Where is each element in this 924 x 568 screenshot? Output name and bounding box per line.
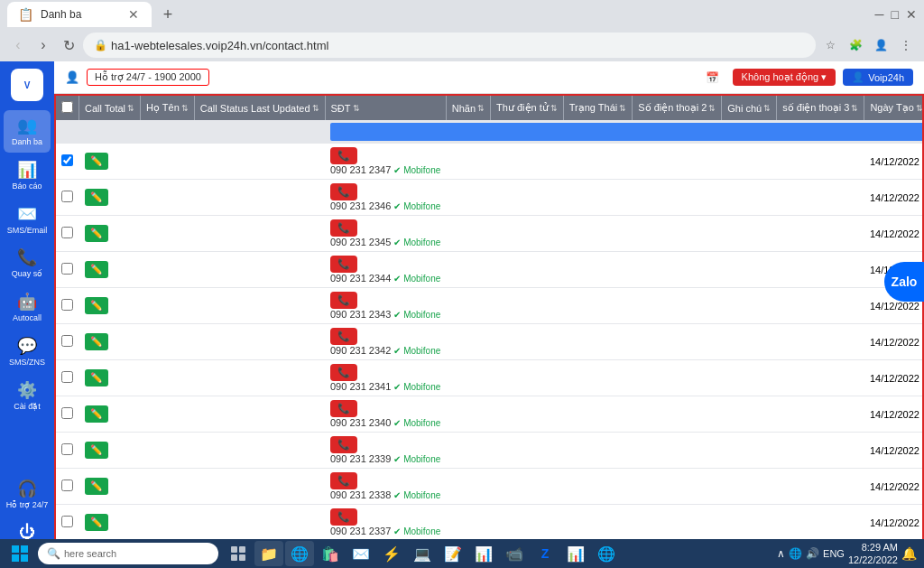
- zalo-float-button[interactable]: Zalo: [884, 262, 924, 302]
- edit-button[interactable]: ✏️: [85, 225, 108, 242]
- sort-thu[interactable]: Thư điện tử ⇅: [496, 102, 558, 114]
- word-button[interactable]: 📝: [439, 541, 467, 566]
- call-button[interactable]: 📞: [330, 219, 357, 237]
- row-checkbox[interactable]: [61, 480, 73, 491]
- sort-ghi-chu[interactable]: Ghi chú ⇅: [727, 103, 771, 114]
- sort-call-status[interactable]: Call Status Last Updated ⇅: [200, 103, 319, 114]
- th-so-dien-thoai-3[interactable]: số điện thoại 3 ⇅: [777, 96, 864, 120]
- skype-button[interactable]: 📹: [500, 541, 529, 566]
- taskbar-datetime[interactable]: 8:29 AM 12/22/2022: [848, 541, 898, 567]
- network-icon[interactable]: 🌐: [789, 547, 802, 560]
- call-button[interactable]: 📞: [330, 508, 357, 526]
- row-checkbox[interactable]: [61, 227, 73, 238]
- vscode-button[interactable]: ⚡: [377, 541, 406, 566]
- call-button[interactable]: 📞: [330, 183, 357, 200]
- edit-button[interactable]: ✏️: [85, 153, 108, 170]
- bookmark-button[interactable]: ☆: [819, 34, 841, 56]
- row-checkbox[interactable]: [61, 299, 73, 311]
- th-ho-ten[interactable]: Họ Tên ⇅: [141, 96, 195, 120]
- sort-call-total[interactable]: Call Total ⇅: [85, 103, 134, 114]
- sort-ho-ten[interactable]: Họ Tên ⇅: [146, 102, 189, 114]
- status-badge[interactable]: Không hoạt động ▾: [733, 69, 836, 86]
- edit-button[interactable]: ✏️: [85, 442, 108, 459]
- call-button[interactable]: 📞: [330, 256, 357, 273]
- row-checkbox[interactable]: [61, 191, 73, 202]
- edit-button[interactable]: ✏️: [85, 297, 108, 314]
- edit-button[interactable]: ✏️: [85, 405, 108, 423]
- edit-button[interactable]: ✏️: [85, 369, 108, 386]
- th-call-total[interactable]: Call Total ⇅: [79, 96, 141, 120]
- edit-button[interactable]: ✏️: [85, 478, 108, 495]
- taskbar-search-box[interactable]: 🔍 here search: [38, 543, 218, 564]
- mail-button[interactable]: ✉️: [346, 541, 375, 566]
- sidebar-item-quay-so[interactable]: 📞 Quay số: [4, 242, 51, 284]
- sort-nhan[interactable]: Nhãn ⇅: [452, 103, 485, 114]
- file-explorer-button[interactable]: 📁: [254, 541, 283, 566]
- minimize-button[interactable]: ─: [875, 7, 884, 22]
- th-so-dien-thoai-2[interactable]: Số điện thoại 2 ⇅: [633, 96, 722, 120]
- th-sdt[interactable]: SĐT ⇅: [325, 96, 446, 120]
- url-bar[interactable]: 🔒 ha1-webtelesales.voip24h.vn/contact.ht…: [83, 33, 816, 58]
- profile-button[interactable]: 👤: [870, 34, 892, 56]
- edit-button[interactable]: ✏️: [85, 261, 108, 278]
- zalo-taskbar-button[interactable]: Z: [531, 541, 559, 566]
- sort-sdt[interactable]: SĐT ⇅: [331, 103, 360, 114]
- new-tab-button[interactable]: +: [155, 2, 180, 27]
- sidebar-item-ho-tro[interactable]: 🎧 Hỗ trợ 24/7: [4, 473, 51, 516]
- volume-icon[interactable]: 🔊: [806, 547, 819, 560]
- row-checkbox[interactable]: [61, 263, 73, 275]
- sidebar-item-danh-ba[interactable]: 👥 Danh ba: [4, 110, 51, 153]
- extension-button[interactable]: 🧩: [845, 34, 866, 56]
- edge-button[interactable]: 🌐: [592, 541, 621, 566]
- tray-arrow-icon[interactable]: ∧: [777, 547, 785, 560]
- notification-button[interactable]: 🔔: [901, 546, 917, 561]
- sort-so2[interactable]: Số điện thoại 2 ⇅: [638, 102, 716, 114]
- sort-so3[interactable]: số điện thoại 3 ⇅: [782, 102, 858, 114]
- chrome-button[interactable]: 🌐: [285, 541, 314, 566]
- row-checkbox[interactable]: [61, 516, 73, 527]
- th-thu-dien-tu[interactable]: Thư điện tử ⇅: [491, 96, 564, 120]
- call-button[interactable]: 📞: [330, 292, 357, 309]
- row-checkbox[interactable]: [61, 443, 73, 455]
- user-badge[interactable]: 👤 Voip24h: [843, 69, 913, 86]
- taskview-button[interactable]: [224, 541, 253, 566]
- data-table-container[interactable]: Call Total ⇅ Họ Tên ⇅ Ca: [54, 94, 924, 566]
- call-button[interactable]: 📞: [330, 147, 357, 164]
- back-button[interactable]: ‹: [7, 34, 29, 56]
- active-tab[interactable]: 📋 Danh ba ✕: [7, 2, 152, 27]
- th-call-status[interactable]: Call Status Last Updated ⇅: [194, 96, 325, 120]
- sort-trang-thai[interactable]: Trạng Thái ⇅: [569, 102, 626, 114]
- forward-button[interactable]: ›: [32, 34, 54, 56]
- th-checkbox[interactable]: [56, 96, 79, 120]
- restore-button[interactable]: □: [892, 7, 899, 22]
- th-ghi-chu[interactable]: Ghi chú ⇅: [722, 96, 777, 120]
- call-button[interactable]: 📞: [330, 328, 357, 345]
- powerpoint-button[interactable]: 📊: [561, 541, 590, 566]
- edit-button[interactable]: ✏️: [85, 514, 108, 531]
- excel-button[interactable]: 📊: [469, 541, 498, 566]
- row-checkbox[interactable]: [61, 154, 73, 166]
- terminal-button[interactable]: 💻: [408, 541, 437, 566]
- row-checkbox[interactable]: [61, 407, 73, 419]
- language-indicator[interactable]: ENG: [823, 548, 845, 559]
- th-ngay-tao[interactable]: Ngày Tạo ⇅: [864, 96, 924, 120]
- sidebar-item-bao-cao[interactable]: 📊 Báo cáo: [4, 154, 51, 197]
- th-trang-thai[interactable]: Trạng Thái ⇅: [563, 96, 632, 120]
- start-button[interactable]: [4, 541, 36, 566]
- calendar-button[interactable]: 📅: [700, 65, 725, 90]
- call-button[interactable]: 📞: [330, 400, 357, 417]
- call-button[interactable]: 📞: [330, 472, 357, 489]
- row-checkbox[interactable]: [61, 371, 73, 383]
- close-window-button[interactable]: ✕: [906, 7, 917, 22]
- edit-button[interactable]: ✏️: [85, 333, 108, 350]
- sort-ngay-tao[interactable]: Ngày Tạo ⇅: [870, 102, 922, 114]
- sidebar-item-autocall[interactable]: 🤖 Autocall: [4, 286, 51, 329]
- th-nhan[interactable]: Nhãn ⇅: [446, 96, 490, 120]
- reload-button[interactable]: ↻: [58, 34, 79, 56]
- sidebar-item-cai-dat[interactable]: ⚙️ Cài đặt: [4, 375, 51, 417]
- menu-button[interactable]: ⋮: [895, 34, 917, 56]
- select-all-checkbox[interactable]: [61, 101, 73, 113]
- edit-button[interactable]: ✏️: [85, 189, 108, 206]
- row-checkbox[interactable]: [61, 335, 73, 347]
- call-button[interactable]: 📞: [330, 436, 357, 453]
